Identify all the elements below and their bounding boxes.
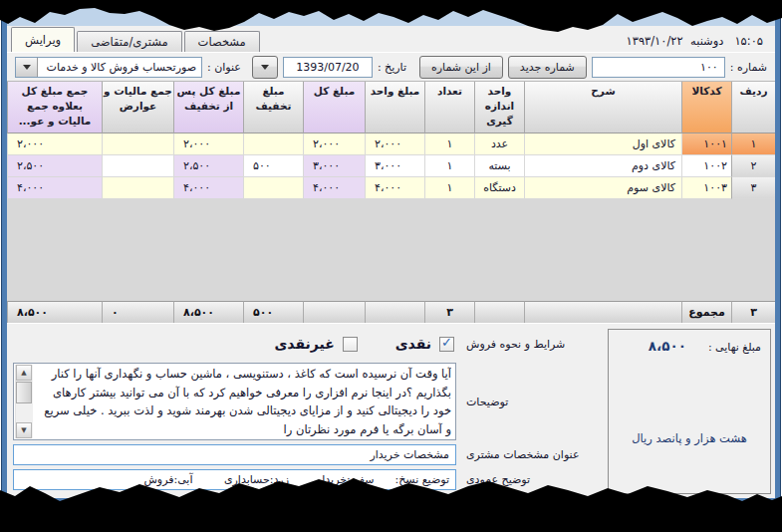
cell-grand-total[interactable]: ۴،۰۰۰ xyxy=(7,177,102,199)
cell-unit[interactable]: بسته xyxy=(474,155,524,177)
screenshot-stage: ویرایش مشتری/متقاضی مشخصات ۱۵:۰۵ دوشنبه … xyxy=(0,0,782,532)
cell-unit[interactable]: دستگاه xyxy=(474,177,524,199)
tab-edit[interactable]: ویرایش xyxy=(11,27,75,52)
scroll-down-icon[interactable]: ▼ xyxy=(16,422,32,438)
table-header-row: ردیف کدکالا شرح واحد اندازه گیری تعداد م… xyxy=(7,82,775,133)
cell-quantity[interactable]: ۱ xyxy=(424,133,474,155)
vertical-note-label: توضیح عمودی xyxy=(456,473,604,486)
title-label: عنوان : xyxy=(207,61,241,74)
title-combobox-value: صورتحساب فروش کالا و خدمات xyxy=(38,61,201,74)
table-row[interactable]: ۱ ۱۰۰۱ کالای اول عدد ۱ ۲،۰۰۰ ۲،۰۰۰ ۲،۰۰۰… xyxy=(7,133,775,155)
cell-grand-total[interactable]: ۲،۰۰۰ xyxy=(7,133,102,155)
chevron-down-icon xyxy=(23,65,31,70)
cell-total-amount[interactable]: ۳،۰۰۰ xyxy=(303,155,365,177)
title-combobox-dropdown-button[interactable] xyxy=(16,58,38,77)
number-input[interactable]: ۱۰۰ xyxy=(592,57,725,78)
cell-total-amount[interactable]: ۲،۰۰۰ xyxy=(303,133,365,155)
date-picker-button[interactable] xyxy=(252,56,278,79)
total-after-discount: ۸،۵۰۰ xyxy=(173,301,243,323)
total-row-count: ۳ xyxy=(731,301,775,323)
cell-description[interactable]: کالای دوم xyxy=(524,155,681,177)
total-unit-price xyxy=(365,301,424,323)
table-row[interactable]: ۳ ۱۰۰۳ کالای سوم دستگاه ۱ ۴،۰۰۰ ۴،۰۰۰ ۴،… xyxy=(7,177,775,199)
cell-tax-sum[interactable] xyxy=(102,177,173,199)
cell-unit-price[interactable]: ۲،۰۰۰ xyxy=(365,133,424,155)
cell-discount[interactable]: ۵۰۰ xyxy=(243,155,303,177)
cash-checkbox[interactable] xyxy=(439,337,454,352)
column-header-product-code[interactable]: کدکالا xyxy=(681,82,731,133)
total-quantity: ۳ xyxy=(424,301,474,323)
table-row[interactable]: ۲ ۱۰۰۲ کالای دوم بسته ۱ ۳،۰۰۰ ۳،۰۰۰ ۵۰۰ … xyxy=(7,155,775,177)
titlebar xyxy=(7,8,775,26)
column-header-total-amount[interactable]: مبلغ کل xyxy=(303,82,365,133)
from-this-number-button[interactable]: از این شماره xyxy=(419,56,503,79)
column-header-tax-sum[interactable]: جمع مالیات و عوارض xyxy=(102,82,173,133)
column-header-row-number[interactable]: ردیف xyxy=(731,82,775,133)
customer-title-input[interactable]: مشخصات خریدار xyxy=(13,444,456,465)
new-number-button[interactable]: شماره جدید xyxy=(508,56,587,79)
final-amount-box: مبلغ نهایی : ۸،۵۰۰ هشت هزار و پانصد ریال xyxy=(608,329,771,494)
cell-tax-sum[interactable] xyxy=(102,133,173,155)
toolbar: شماره : ۱۰۰ شماره جدید از این شماره تاری… xyxy=(7,53,775,81)
cell-grand-total[interactable]: ۲،۵۰۰ xyxy=(7,155,102,177)
cell-row-number[interactable]: ۳ xyxy=(731,177,775,199)
cell-description[interactable]: کالای سوم xyxy=(524,177,681,199)
column-header-unit-price[interactable]: مبلغ واحد xyxy=(365,82,424,133)
amount-in-words: هشت هزار و پانصد ریال xyxy=(618,431,761,445)
cell-unit-price[interactable]: ۴،۰۰۰ xyxy=(365,177,424,199)
column-header-description[interactable]: شرح xyxy=(524,82,681,133)
column-header-total-after-discount[interactable]: مبلغ کل پس از تخفیف xyxy=(173,82,243,133)
chevron-down-icon xyxy=(261,65,269,70)
total-discount: ۵۰۰ xyxy=(243,301,303,323)
cell-quantity[interactable]: ۱ xyxy=(424,177,474,199)
date-input[interactable]: 1393/07/20 xyxy=(283,57,373,78)
cell-tax-sum[interactable] xyxy=(102,155,173,177)
column-header-grand-total[interactable]: جمع مبلغ کل بعلاوه جمع مالیات و عو... xyxy=(7,82,102,133)
cell-total-after-discount[interactable]: ۴،۰۰۰ xyxy=(173,177,243,199)
cell-quantity[interactable]: ۱ xyxy=(424,155,474,177)
cell-product-code[interactable]: ۱۰۰۳ xyxy=(681,177,731,199)
notes-scrollbar[interactable]: ▲ ▼ xyxy=(15,365,33,438)
column-header-unit[interactable]: واحد اندازه گیری xyxy=(474,82,524,133)
total-label: مجموع xyxy=(681,301,731,323)
total-description xyxy=(524,301,681,323)
datetime-label: ۱۵:۰۵ دوشنبه ۱۳۹۳/۱۰/۲۲ xyxy=(621,34,773,52)
cell-product-code[interactable]: ۱۰۰۱ xyxy=(681,133,731,155)
footer-form: شرایط و نحوه فروش نقدی غیرنقدی توضیحات آ… xyxy=(13,329,604,494)
total-grand-total: ۸،۵۰۰ xyxy=(7,301,102,323)
cell-row-number[interactable]: ۲ xyxy=(731,155,775,177)
scrollbar-thumb[interactable] xyxy=(16,382,32,403)
scroll-up-icon[interactable]: ▲ xyxy=(16,365,32,381)
cell-product-code[interactable]: ۱۰۰۲ xyxy=(681,155,731,177)
notes-text: آیا وقت آن نرسیده است که کاغذ ، دستنویسی… xyxy=(36,365,451,438)
cell-total-after-discount[interactable]: ۲،۵۰۰ xyxy=(173,155,243,177)
column-header-quantity[interactable]: تعداد xyxy=(424,82,474,133)
total-unit xyxy=(474,301,524,323)
title-combobox[interactable]: صورتحساب فروش کالا و خدمات xyxy=(15,57,202,78)
cell-unit[interactable]: عدد xyxy=(474,133,524,155)
cell-total-after-discount[interactable]: ۲،۰۰۰ xyxy=(173,133,243,155)
cell-discount[interactable] xyxy=(243,133,303,155)
vertical-note-input[interactable]: توضیع نسخ: سفید:خریدار زرد:حسابداری آبی:… xyxy=(13,469,456,490)
tab-specifications[interactable]: مشخصات xyxy=(184,31,260,52)
app-window: ویرایش مشتری/متقاضی مشخصات ۱۵:۰۵ دوشنبه … xyxy=(2,8,780,502)
payment-type-options: نقدی غیرنقدی xyxy=(13,336,456,352)
cell-discount[interactable] xyxy=(243,177,303,199)
noncash-checkbox[interactable] xyxy=(343,337,358,352)
tab-customer-applicant[interactable]: مشتری/متقاضی xyxy=(77,31,181,52)
cell-unit-price[interactable]: ۳،۰۰۰ xyxy=(365,155,424,177)
notes-textarea[interactable]: آیا وقت آن نرسیده است که کاغذ ، دستنویسی… xyxy=(13,363,456,440)
table-total-row: ۳ مجموع ۳ ۵۰۰ ۸،۵۰۰ ۰ ۸،۵۰۰ xyxy=(7,301,775,323)
final-amount-label: مبلغ نهایی : xyxy=(708,341,761,354)
footer-panel: مبلغ نهایی : ۸،۵۰۰ هشت هزار و پانصد ریال… xyxy=(7,323,775,498)
customer-title-label: عنوان مشخصات مشتری xyxy=(456,448,604,461)
noncash-checkbox-label[interactable]: غیرنقدی xyxy=(274,336,334,352)
column-header-discount[interactable]: مبلغ تخفیف xyxy=(243,82,303,133)
cell-total-amount[interactable]: ۴،۰۰۰ xyxy=(303,177,365,199)
cell-description[interactable]: کالای اول xyxy=(524,133,681,155)
cell-row-number[interactable]: ۱ xyxy=(731,133,775,155)
terms-label: شرایط و نحوه فروش xyxy=(456,338,604,351)
invoice-items-table: ردیف کدکالا شرح واحد اندازه گیری تعداد م… xyxy=(7,81,775,323)
cash-checkbox-label[interactable]: نقدی xyxy=(395,336,431,352)
final-amount-value: ۸،۵۰۰ xyxy=(649,338,686,354)
